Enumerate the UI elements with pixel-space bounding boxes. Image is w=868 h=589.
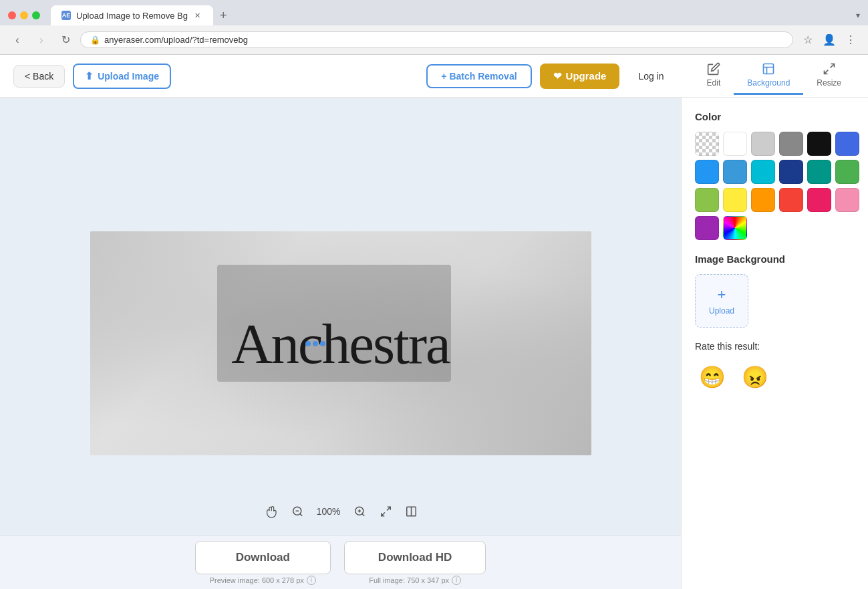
browser-tab[interactable]: AE Upload Image to Remove Bg ✕: [51, 5, 213, 25]
happy-emoji: 😁: [699, 364, 726, 390]
upgrade-label: Upgrade: [566, 70, 607, 82]
download-col: Download Preview image: 600 x 278 px i: [195, 541, 331, 585]
zoom-in-button[interactable]: [349, 501, 370, 522]
color-swatch-orange[interactable]: [751, 188, 775, 212]
color-swatch-pink[interactable]: [835, 188, 859, 212]
tab-resize[interactable]: Resize: [803, 57, 855, 95]
color-swatch-gray[interactable]: [779, 132, 803, 156]
color-section-title: Color: [695, 111, 855, 122]
pan-button[interactable]: [260, 501, 281, 522]
tab-edit-label: Edit: [707, 78, 721, 88]
upgrade-button[interactable]: ❤ Upgrade: [540, 64, 620, 89]
tab-background[interactable]: Background: [734, 57, 803, 95]
download-hd-col: Download HD Full image: 750 x 347 px i: [344, 541, 486, 585]
color-swatch-light-gray[interactable]: [751, 132, 775, 156]
edit-icon: [707, 62, 720, 76]
upload-icon: ⬆: [85, 70, 94, 82]
new-tab-button[interactable]: +: [216, 9, 231, 23]
upload-image-button[interactable]: ⬆ Upload Image: [73, 64, 171, 89]
pan-icon: [264, 505, 277, 518]
split-view-icon: [405, 505, 417, 517]
rate-title: Rate this result:: [695, 341, 855, 352]
svg-line-2: [299, 513, 301, 515]
browser-toolbar-actions: ☆ 👤 ⋮: [799, 31, 860, 49]
tab-close-button[interactable]: ✕: [193, 11, 202, 20]
color-swatch-transparent[interactable]: [695, 132, 719, 156]
tool-tabs: Edit Background Resize: [694, 57, 855, 95]
angry-emoji: 😠: [742, 364, 768, 390]
browser-chrome: AE Upload Image to Remove Bg ✕ + ▾ ‹ › ↻…: [0, 0, 868, 55]
color-swatch-green[interactable]: [835, 160, 859, 184]
address-secure-icon: 🔒: [90, 35, 100, 45]
browser-toolbar: ‹ › ↻ 🔒 anyeraser.com/upload/?td=removeb…: [0, 25, 868, 55]
color-swatch-gradient[interactable]: [723, 216, 747, 240]
split-view-button[interactable]: [401, 501, 421, 521]
tab-background-label: Background: [747, 78, 790, 88]
preview-info-icon[interactable]: i: [307, 576, 316, 585]
loading-dots: [305, 341, 325, 346]
download-hd-button[interactable]: Download HD: [344, 541, 486, 574]
back-nav-button[interactable]: ‹: [8, 31, 27, 49]
bookmark-button[interactable]: ☆: [799, 31, 817, 49]
svg-rect-0: [764, 64, 774, 74]
upload-background-button[interactable]: + Upload: [695, 274, 748, 328]
tab-list-button[interactable]: ▾: [856, 11, 860, 20]
color-swatch-blue-mid[interactable]: [723, 160, 747, 184]
rate-section: Rate this result: 😁 😠: [695, 341, 855, 394]
color-swatch-navy[interactable]: [779, 160, 803, 184]
color-swatch-purple[interactable]: [695, 216, 719, 240]
forward-nav-button[interactable]: ›: [32, 31, 51, 49]
image-bg-title: Image Background: [695, 253, 855, 265]
color-swatch-yellow[interactable]: [723, 188, 747, 212]
main-container: Anchestra 10: [0, 98, 868, 589]
tab-favicon: AE: [61, 11, 71, 20]
fullscreen-button[interactable]: [376, 501, 396, 521]
traffic-light-red[interactable]: [8, 11, 16, 19]
upload-label: Upload Image: [98, 71, 159, 82]
menu-button[interactable]: ⋮: [841, 31, 860, 49]
upgrade-heart-icon: ❤: [553, 70, 562, 82]
canvas-area: Anchestra 10: [0, 98, 681, 589]
rate-angry-button[interactable]: 😠: [738, 360, 772, 394]
color-swatch-cyan[interactable]: [751, 160, 775, 184]
image-container: Anchestra: [90, 231, 591, 455]
batch-removal-button[interactable]: + Batch Removal: [426, 64, 531, 88]
color-swatch-red[interactable]: [779, 188, 803, 212]
tab-edit[interactable]: Edit: [694, 57, 734, 95]
zoom-value: 100%: [313, 506, 343, 517]
loading-dot-2: [313, 341, 318, 346]
profile-button[interactable]: 👤: [820, 31, 839, 49]
rate-happy-button[interactable]: 😁: [695, 360, 730, 394]
color-swatch-black[interactable]: [807, 132, 831, 156]
color-swatch-white[interactable]: [723, 132, 747, 156]
address-url: anyeraser.com/upload/?td=removebg: [104, 35, 248, 45]
zoom-out-button[interactable]: [287, 501, 308, 522]
download-bar: Download Preview image: 600 x 278 px i D…: [0, 536, 681, 589]
color-swatch-lime[interactable]: [695, 188, 719, 212]
svg-line-9: [381, 513, 384, 516]
color-swatch-teal[interactable]: [807, 160, 831, 184]
image-background: Anchestra: [90, 231, 591, 455]
svg-line-5: [361, 513, 364, 515]
download-button[interactable]: Download: [195, 541, 331, 574]
tab-title: Upload Image to Remove Bg: [76, 11, 188, 21]
color-swatch-pink-dark[interactable]: [807, 188, 831, 212]
traffic-lights: [8, 11, 40, 19]
fullscreen-icon: [380, 505, 392, 517]
reload-button[interactable]: ↻: [56, 31, 75, 49]
login-button[interactable]: Log in: [627, 66, 674, 87]
upload-bg-label: Upload: [709, 306, 734, 316]
svg-line-8: [387, 507, 390, 510]
color-grid: [695, 132, 855, 240]
color-swatch-blue[interactable]: [695, 160, 719, 184]
app-header: < Back ⬆ Upload Image + Batch Removal ❤ …: [0, 55, 868, 98]
address-bar[interactable]: 🔒 anyeraser.com/upload/?td=removebg: [80, 31, 793, 48]
traffic-light-yellow[interactable]: [20, 11, 28, 19]
upload-bg-icon: +: [718, 286, 726, 304]
full-info-icon[interactable]: i: [452, 576, 461, 585]
image-text: Anchestra: [231, 311, 450, 376]
color-swatch-blue-royal[interactable]: [835, 132, 859, 156]
back-button[interactable]: < Back: [13, 65, 65, 88]
loading-dot-1: [305, 341, 311, 346]
traffic-light-green[interactable]: [32, 11, 40, 19]
